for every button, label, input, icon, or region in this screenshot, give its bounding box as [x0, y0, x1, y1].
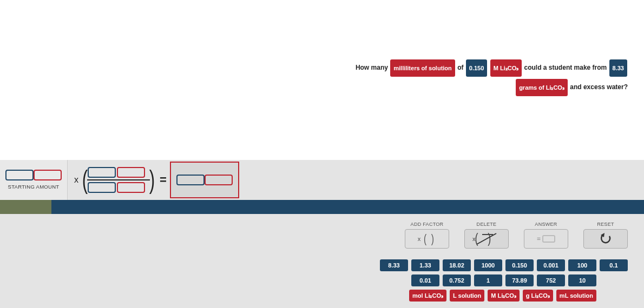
answer-container	[170, 162, 239, 198]
unit-button[interactable]: g Li₂CO₃	[523, 290, 553, 302]
value-button[interactable]: 0.1	[600, 259, 628, 271]
denominator-unit-slot[interactable]	[117, 182, 145, 193]
value-button[interactable]: 1000	[474, 259, 502, 271]
delete-factor-icon: x ( )	[470, 231, 503, 246]
value-button[interactable]: 8.33	[380, 259, 408, 271]
value-button[interactable]: 73.89	[505, 274, 534, 286]
question-text: How many milliliters of solution of 0.15…	[0, 59, 628, 96]
q-tag-molarity-unit: M Li₂CO₃	[490, 59, 522, 77]
unit-row: mol Li₂CO₃ L solution M Li₂CO₃ g Li₂CO₃ …	[0, 290, 628, 302]
value-button[interactable]: 0.001	[537, 259, 565, 271]
q-text: could a student make from	[524, 64, 607, 71]
answer-unit-slot[interactable]	[205, 175, 233, 185]
starting-value-slot[interactable]	[5, 170, 34, 180]
value-button[interactable]: 100	[568, 259, 596, 271]
answer-value-slot[interactable]	[176, 175, 205, 185]
undo-arrow-icon	[599, 232, 613, 246]
starting-unit-slot[interactable]	[34, 170, 62, 180]
unit-button[interactable]: L solution	[450, 290, 484, 302]
right-paren-icon: )	[149, 167, 155, 193]
answer-box-icon	[542, 235, 555, 243]
value-button[interactable]: 10	[568, 274, 596, 286]
value-button[interactable]: 0.150	[505, 259, 534, 271]
value-button[interactable]: 18.02	[443, 259, 471, 271]
unit-button[interactable]: M Li₂CO₃	[488, 290, 520, 302]
unit-button[interactable]: mol Li₂CO₃	[409, 290, 446, 302]
denominator-value-slot[interactable]	[88, 182, 116, 193]
fraction-bar	[87, 179, 150, 180]
answer-control: ANSWER =	[524, 222, 568, 249]
q-tag-mass-unit: grams of Li₂CO₃	[516, 79, 568, 96]
q-tag-mass-value: 8.33	[609, 59, 627, 77]
progress-step	[0, 200, 51, 214]
answer-label: ANSWER	[524, 222, 568, 227]
add-factor-icon: x	[418, 236, 421, 242]
unit-button[interactable]: mL solution	[556, 290, 596, 302]
delete-control: DELETE x ( )	[464, 222, 509, 249]
value-button[interactable]: 1.33	[411, 259, 439, 271]
equals-small-icon: =	[537, 235, 541, 243]
value-row-1: 8.33 1.33 18.02 1000 0.150 0.001 100 0.1	[0, 259, 628, 271]
value-button[interactable]: 0.752	[443, 274, 471, 286]
paren-icon: ( )	[424, 232, 434, 246]
value-button[interactable]: 752	[537, 274, 565, 286]
value-button[interactable]: 0.01	[411, 274, 439, 286]
equals-icon: =	[160, 173, 167, 187]
value-button[interactable]: 1	[474, 274, 502, 286]
delete-label: DELETE	[464, 222, 509, 227]
q-tag-molarity-value: 0.150	[466, 59, 488, 77]
progress-stripe	[0, 200, 644, 214]
starting-amount-label: STARTING AMOUNT	[0, 184, 67, 190]
value-row-2: 0.01 0.752 1 73.89 752 10	[0, 274, 628, 286]
reset-control: RESET	[583, 222, 628, 249]
delete-button[interactable]: x ( )	[464, 229, 509, 249]
control-panel: ADD FACTOR x ( ) DELETE x ( ) ANSWER =	[0, 214, 644, 308]
q-text: and excess water?	[570, 83, 628, 91]
q-tag-ml-solution: milliliters of solution	[390, 59, 455, 77]
numerator-unit-slot[interactable]	[117, 167, 145, 178]
add-factor-button[interactable]: x ( )	[405, 229, 449, 249]
q-text: of	[457, 64, 463, 71]
multiply-icon: x	[74, 175, 78, 185]
add-factor-control: ADD FACTOR x ( )	[405, 222, 449, 249]
svg-text:): )	[488, 231, 491, 246]
action-controls-row: ADD FACTOR x ( ) DELETE x ( ) ANSWER =	[0, 222, 628, 249]
reset-label: RESET	[583, 222, 628, 227]
starting-amount-block: STARTING AMOUNT	[0, 160, 68, 200]
answer-button[interactable]: =	[524, 229, 568, 249]
add-factor-label: ADD FACTOR	[405, 222, 449, 227]
reset-button[interactable]	[583, 229, 628, 249]
numerator-value-slot[interactable]	[88, 167, 116, 178]
conversion-factor	[87, 166, 150, 193]
equation-bar: STARTING AMOUNT x ( ) =	[0, 160, 644, 200]
q-text: How many	[356, 64, 388, 71]
